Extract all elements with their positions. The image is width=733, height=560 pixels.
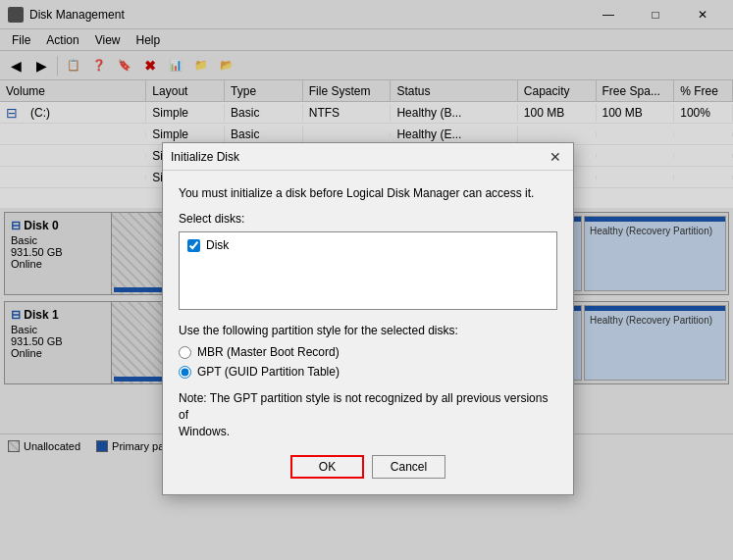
mbr-option: MBR (Master Boot Record) [179,345,557,359]
dialog-close-button[interactable]: ✕ [546,147,565,167]
disk-list-box: Disk [179,231,557,310]
dialog-content: You must initialize a disk before Logica… [163,171,573,494]
dialog-buttons: OK Cancel [179,455,557,479]
dialog-title: Initialize Disk [171,150,546,164]
gpt-radio[interactable] [179,366,191,379]
dialog-select-label: Select disks: [179,212,557,226]
cancel-button[interactable]: Cancel [372,455,445,479]
dialog-title-bar: Initialize Disk ✕ [163,143,573,171]
radio-group: MBR (Master Boot Record) GPT (GUID Parti… [179,345,557,379]
disk-list-item: Disk [183,236,552,254]
gpt-option: GPT (GUID Partition Table) [179,365,557,379]
partition-style-label: Use the following partition style for th… [179,324,557,337]
disk-list-label: Disk [206,238,229,252]
disk-checkbox[interactable] [187,239,200,252]
initialize-disk-dialog: Initialize Disk ✕ You must initialize a … [162,142,574,495]
dialog-description: You must initialize a disk before Logica… [179,186,557,200]
dialog-overlay: Initialize Disk ✕ You must initialize a … [0,0,733,560]
gpt-label: GPT (GUID Partition Table) [197,365,340,379]
mbr-label: MBR (Master Boot Record) [197,345,340,359]
ok-button[interactable]: OK [290,455,364,479]
dialog-note: Note: The GPT partition style is not rec… [179,390,557,439]
mbr-radio[interactable] [179,346,191,359]
